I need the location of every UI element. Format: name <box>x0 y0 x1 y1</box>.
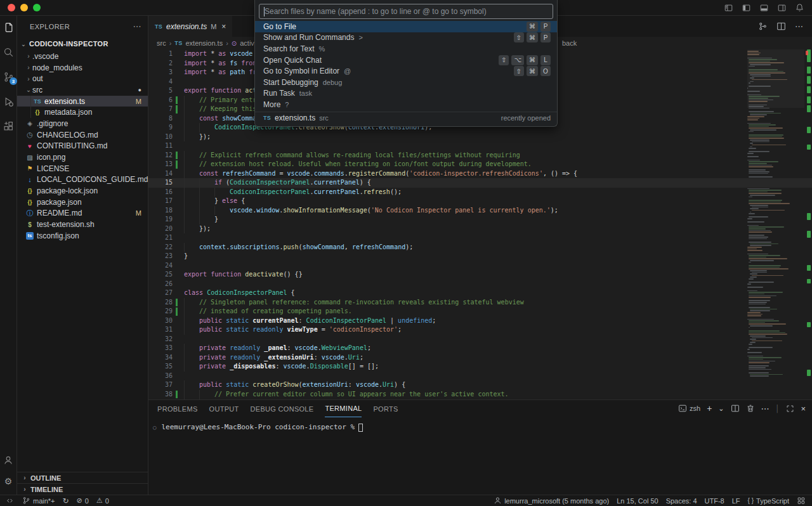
tab-extension-ts[interactable]: TS extension.ts M × <box>148 16 232 37</box>
status-ln-15-col-50[interactable]: Ln 15, Col 50 <box>617 497 658 505</box>
code-line-12[interactable]: 12// Explicit refresh command allows re-… <box>148 151 812 160</box>
code-line-16[interactable]: 16CodiconInspectorPanel.currentPanel.ref… <box>148 188 812 197</box>
panel-tab-output[interactable]: OUTPUT <box>209 400 239 417</box>
activity-source-control[interactable]: 3 <box>3 71 14 82</box>
tree-item-tsconfig-json[interactable]: tstsconfig.json <box>17 230 148 242</box>
notifications-bell-icon[interactable] <box>795 4 804 12</box>
layout-customize-icon[interactable] <box>724 4 733 12</box>
tree-item-package-lock-json[interactable]: {}package-lock.json <box>17 185 148 197</box>
add-icon[interactable]: + <box>707 403 712 413</box>
code-line-36[interactable]: 36 <box>148 372 812 381</box>
toggle-sidebar-right-icon[interactable] <box>777 4 787 12</box>
quick-open-input[interactable] <box>259 4 553 18</box>
status-grid[interactable] <box>797 496 806 505</box>
quick-open-file-result[interactable]: TS extension.ts src recently opened <box>255 112 557 124</box>
tree-item-icon-png[interactable]: ▨icon.png <box>17 152 148 163</box>
code-line-10[interactable]: 10}); <box>148 133 812 142</box>
zoom-window-button[interactable] <box>33 4 41 11</box>
sidebar-section-codicon-inspector[interactable]: ⌄ CODICON-INSPECTOR <box>17 37 148 51</box>
status-remote[interactable] <box>6 497 15 505</box>
code-line-37[interactable]: 37public static createOrShow(extensionUr… <box>148 380 812 390</box>
quick-open-item-show-and-run-commands[interactable]: Show and Run Commands>⇧⌘P <box>255 32 557 44</box>
status-person[interactable]: lemurra_microsoft (5 months ago) <box>494 496 609 505</box>
tree-item-extension-ts[interactable]: TSextension.tsM <box>17 96 148 107</box>
code-line-30[interactable]: 30public static currentPanel: CodiconIns… <box>148 316 812 326</box>
code-line-17[interactable]: 17} else { <box>148 197 812 206</box>
code-line-33[interactable]: 33private readonly _panel: vscode.Webvie… <box>148 344 812 353</box>
code-line-21[interactable]: 21 <box>148 233 812 243</box>
quick-open-item-go-to-symbol-in-editor[interactable]: Go to Symbol in Editor@⇧⌘O <box>255 65 557 77</box>
tree-item-test-extension-sh[interactable]: $test-extension.sh <box>17 219 148 230</box>
activity-settings[interactable]: ⚙ <box>3 476 14 487</box>
tree-item-node-modules[interactable]: ›node_modules <box>17 62 148 74</box>
close-window-button[interactable] <box>8 4 15 11</box>
code-line-24[interactable]: 24 <box>148 261 812 271</box>
tree-item-gitignore[interactable]: ◈.gitignore <box>17 118 148 129</box>
code-line-11[interactable]: 11 <box>148 141 812 151</box>
quick-open-item-open-quick-chat[interactable]: Open Quick Chat⇧⌥⌘L <box>255 55 557 66</box>
panel-tab-problems[interactable]: PROBLEMS <box>157 400 198 417</box>
split-editor-icon[interactable] <box>776 22 786 31</box>
source-control-graph-icon[interactable] <box>758 22 768 31</box>
code-line-13[interactable]: 13// extension host reload. Useful when … <box>148 160 812 169</box>
tree-item-package-json[interactable]: {}package.json <box>17 197 148 208</box>
code-line-29[interactable]: 29// instead of creating competing panel… <box>148 307 812 316</box>
code-line-25[interactable]: 25export function deactivate() {} <box>148 270 812 280</box>
activity-run-debug[interactable] <box>3 96 14 107</box>
tree-item-vscode[interactable]: ›.vscode <box>17 51 148 62</box>
activity-explorer[interactable] <box>3 22 14 33</box>
close-tab-icon[interactable]: × <box>221 22 226 31</box>
tree-item-out[interactable]: ›out <box>17 73 148 84</box>
quick-open-item-run-task[interactable]: Run Tasktask <box>255 88 557 100</box>
code-line-22[interactable]: 22context.subscriptions.push(showCommand… <box>148 243 812 252</box>
panel-tab-ports[interactable]: PORTS <box>373 400 398 417</box>
sidebar-more-actions-icon[interactable]: ⋯ <box>133 22 141 31</box>
breadcrumb-item-extension-ts[interactable]: extension.ts <box>185 39 223 47</box>
code-line-18[interactable]: 18vscode.window.showInformationMessage('… <box>148 206 812 216</box>
status-utf-8[interactable]: UTF-8 <box>705 497 724 505</box>
shell-selector[interactable]: zsh <box>678 404 700 413</box>
panel-tab-debug-console[interactable]: DEBUG CONSOLE <box>251 400 314 417</box>
quick-open-item-start-debugging[interactable]: Start Debuggingdebug <box>255 77 557 88</box>
tree-item-readme-md[interactable]: ⓘREADME.mdM <box>17 208 148 219</box>
quick-open-item-more[interactable]: More? <box>255 99 557 110</box>
tree-item-src[interactable]: ⌄src● <box>17 84 148 96</box>
code-line-19[interactable]: 19} <box>148 215 812 224</box>
code-line-27[interactable]: 27class CodiconInspectorPanel { <box>148 289 812 298</box>
breadcrumb-item-src[interactable]: src <box>157 39 166 47</box>
tree-item-changelog-md[interactable]: ◷CHANGELOG.md <box>17 129 148 141</box>
split-icon[interactable] <box>731 404 740 413</box>
code-line-28[interactable]: 28// Singleton panel reference: command … <box>148 298 812 308</box>
status-error[interactable]: ⊘0 <box>77 496 89 505</box>
activity-extensions[interactable] <box>3 120 14 132</box>
tree-item-license[interactable]: ⚑LICENSE <box>17 163 148 174</box>
timeline-section-header[interactable]: › TIMELINE <box>17 483 148 495</box>
code-line-14[interactable]: 14const refreshCommand = vscode.commands… <box>148 169 812 179</box>
tree-item-local-codicons-guide-md[interactable]: ↓LOCAL_CODICONS_GUIDE.md <box>17 174 148 186</box>
code-line-35[interactable]: 35private _disposables: vscode.Disposabl… <box>148 362 812 372</box>
panel-tab-terminal[interactable]: TERMINAL <box>325 400 362 417</box>
status-warning[interactable]: ⚠0 <box>96 496 109 505</box>
status-braces[interactable]: { }TypeScript <box>748 497 789 505</box>
code-line-23[interactable]: 23} <box>148 252 812 261</box>
activity-accounts[interactable] <box>3 455 14 466</box>
chevron-down-icon[interactable]: ⌄ <box>718 405 724 413</box>
terminal-content[interactable]: ○ leemurray@Lees-MacBook-Pro codicon-ins… <box>148 417 812 432</box>
activity-search[interactable] <box>3 46 14 58</box>
maximize-icon[interactable] <box>786 405 794 413</box>
quick-open-item-go-to-file[interactable]: Go to File⌘P <box>255 21 557 32</box>
outline-section-header[interactable]: › OUTLINE <box>17 472 148 483</box>
minimize-window-button[interactable] <box>20 4 28 11</box>
code-line-20[interactable]: 20}); <box>148 224 812 234</box>
code-line-31[interactable]: 31public static readonly viewType = 'cod… <box>148 325 812 335</box>
toggle-panel-icon[interactable] <box>759 4 769 12</box>
code-line-26[interactable]: 26 <box>148 280 812 289</box>
status-sync[interactable]: ↻ <box>63 496 69 505</box>
tree-item-contributing-md[interactable]: ♥CONTRIBUTING.md <box>17 141 148 152</box>
toggle-sidebar-left-icon[interactable] <box>742 4 751 12</box>
code-line-34[interactable]: 34private readonly _extensionUri: vscode… <box>148 353 812 363</box>
code-line-15[interactable]: 15if (CodiconInspectorPanel.currentPanel… <box>148 178 812 188</box>
status-spaces-4[interactable]: Spaces: 4 <box>666 497 697 505</box>
code-line-38[interactable]: 38// Prefer current editor column so UI … <box>148 390 812 399</box>
close-icon[interactable]: × <box>801 404 806 413</box>
